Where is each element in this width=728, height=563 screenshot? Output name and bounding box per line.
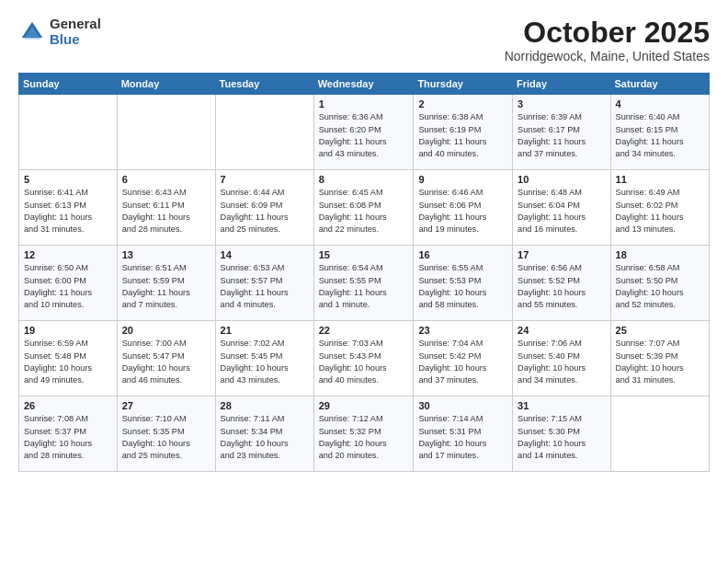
day-number: 27 bbox=[122, 400, 210, 411]
day-info: Sunrise: 6:44 AM Sunset: 6:09 PM Dayligh… bbox=[221, 188, 289, 234]
day-info: Sunrise: 6:51 AM Sunset: 5:59 PM Dayligh… bbox=[122, 263, 190, 309]
day-info: Sunrise: 6:56 AM Sunset: 5:52 PM Dayligh… bbox=[518, 263, 586, 309]
title-section: October 2025 Norridgewock, Maine, United… bbox=[505, 17, 710, 63]
day-info: Sunrise: 7:00 AM Sunset: 5:47 PM Dayligh… bbox=[122, 339, 190, 385]
day-cell: 16Sunrise: 6:55 AM Sunset: 5:53 PM Dayli… bbox=[414, 246, 513, 321]
day-cell: 26Sunrise: 7:08 AM Sunset: 5:37 PM Dayli… bbox=[19, 396, 118, 472]
day-info: Sunrise: 7:03 AM Sunset: 5:43 PM Dayligh… bbox=[319, 339, 387, 385]
day-cell: 29Sunrise: 7:12 AM Sunset: 5:32 PM Dayli… bbox=[313, 396, 414, 472]
day-number: 17 bbox=[518, 249, 605, 260]
day-number: 4 bbox=[616, 98, 704, 109]
calendar: SundayMondayTuesdayWednesdayThursdayFrid… bbox=[18, 73, 710, 472]
day-cell: 3Sunrise: 6:39 AM Sunset: 6:17 PM Daylig… bbox=[513, 95, 610, 170]
day-number: 31 bbox=[518, 400, 605, 411]
day-cell: 31Sunrise: 7:15 AM Sunset: 5:30 PM Dayli… bbox=[513, 396, 610, 472]
day-number: 8 bbox=[319, 174, 409, 185]
day-info: Sunrise: 7:02 AM Sunset: 5:45 PM Dayligh… bbox=[221, 339, 289, 385]
day-cell: 14Sunrise: 6:53 AM Sunset: 5:57 PM Dayli… bbox=[215, 246, 313, 321]
day-cell bbox=[610, 396, 709, 472]
day-info: Sunrise: 6:55 AM Sunset: 5:53 PM Dayligh… bbox=[418, 263, 486, 309]
day-info: Sunrise: 6:53 AM Sunset: 5:57 PM Dayligh… bbox=[221, 263, 289, 309]
day-cell: 1Sunrise: 6:36 AM Sunset: 6:20 PM Daylig… bbox=[313, 95, 414, 170]
day-number: 20 bbox=[122, 325, 210, 336]
day-info: Sunrise: 7:08 AM Sunset: 5:37 PM Dayligh… bbox=[24, 414, 92, 460]
day-number: 11 bbox=[616, 174, 704, 185]
day-info: Sunrise: 6:59 AM Sunset: 5:48 PM Dayligh… bbox=[24, 339, 92, 385]
day-cell: 2Sunrise: 6:38 AM Sunset: 6:19 PM Daylig… bbox=[414, 95, 513, 170]
day-info: Sunrise: 6:36 AM Sunset: 6:20 PM Dayligh… bbox=[319, 112, 387, 158]
day-number: 12 bbox=[24, 249, 112, 260]
day-info: Sunrise: 7:10 AM Sunset: 5:35 PM Dayligh… bbox=[122, 414, 190, 460]
day-info: Sunrise: 6:50 AM Sunset: 6:00 PM Dayligh… bbox=[24, 263, 92, 309]
day-info: Sunrise: 6:48 AM Sunset: 6:04 PM Dayligh… bbox=[518, 188, 586, 234]
day-cell: 18Sunrise: 6:58 AM Sunset: 5:50 PM Dayli… bbox=[610, 246, 709, 321]
day-cell: 13Sunrise: 6:51 AM Sunset: 5:59 PM Dayli… bbox=[117, 246, 215, 321]
day-info: Sunrise: 6:38 AM Sunset: 6:19 PM Dayligh… bbox=[418, 112, 486, 158]
logo-text: General Blue bbox=[50, 17, 101, 47]
day-cell bbox=[19, 95, 118, 170]
header-row: SundayMondayTuesdayWednesdayThursdayFrid… bbox=[19, 74, 710, 95]
day-number: 28 bbox=[221, 400, 309, 411]
day-number: 30 bbox=[418, 400, 507, 411]
logo-general: General bbox=[50, 17, 101, 32]
day-cell: 17Sunrise: 6:56 AM Sunset: 5:52 PM Dayli… bbox=[513, 246, 610, 321]
logo: General Blue bbox=[18, 17, 101, 47]
week-row-3: 19Sunrise: 6:59 AM Sunset: 5:48 PM Dayli… bbox=[19, 321, 710, 396]
day-number: 26 bbox=[24, 400, 112, 411]
day-number: 22 bbox=[319, 325, 409, 336]
calendar-header: SundayMondayTuesdayWednesdayThursdayFrid… bbox=[19, 74, 710, 95]
day-info: Sunrise: 6:43 AM Sunset: 6:11 PM Dayligh… bbox=[122, 188, 190, 234]
day-info: Sunrise: 6:46 AM Sunset: 6:06 PM Dayligh… bbox=[418, 188, 486, 234]
day-cell bbox=[215, 95, 313, 170]
day-cell: 21Sunrise: 7:02 AM Sunset: 5:45 PM Dayli… bbox=[215, 321, 313, 396]
calendar-body: 1Sunrise: 6:36 AM Sunset: 6:20 PM Daylig… bbox=[19, 95, 710, 472]
day-number: 25 bbox=[616, 325, 704, 336]
location: Norridgewock, Maine, United States bbox=[505, 49, 710, 63]
day-info: Sunrise: 7:15 AM Sunset: 5:30 PM Dayligh… bbox=[518, 414, 586, 460]
day-info: Sunrise: 6:39 AM Sunset: 6:17 PM Dayligh… bbox=[518, 112, 586, 158]
month-title: October 2025 bbox=[505, 17, 710, 49]
header-cell-monday: Monday bbox=[117, 74, 215, 95]
day-number: 18 bbox=[616, 249, 704, 260]
day-number: 16 bbox=[418, 249, 507, 260]
day-number: 15 bbox=[319, 249, 409, 260]
logo-icon bbox=[18, 18, 46, 46]
day-info: Sunrise: 7:07 AM Sunset: 5:39 PM Dayligh… bbox=[616, 339, 684, 385]
day-number: 6 bbox=[122, 174, 210, 185]
day-cell: 19Sunrise: 6:59 AM Sunset: 5:48 PM Dayli… bbox=[19, 321, 118, 396]
day-number: 21 bbox=[221, 325, 309, 336]
day-info: Sunrise: 7:12 AM Sunset: 5:32 PM Dayligh… bbox=[319, 414, 387, 460]
header-cell-friday: Friday bbox=[513, 74, 610, 95]
day-cell: 10Sunrise: 6:48 AM Sunset: 6:04 PM Dayli… bbox=[513, 170, 610, 246]
header-cell-wednesday: Wednesday bbox=[313, 74, 414, 95]
day-number: 23 bbox=[418, 325, 507, 336]
day-info: Sunrise: 7:06 AM Sunset: 5:40 PM Dayligh… bbox=[518, 339, 586, 385]
day-info: Sunrise: 6:54 AM Sunset: 5:55 PM Dayligh… bbox=[319, 263, 387, 309]
day-cell: 28Sunrise: 7:11 AM Sunset: 5:34 PM Dayli… bbox=[215, 396, 313, 472]
week-row-4: 26Sunrise: 7:08 AM Sunset: 5:37 PM Dayli… bbox=[19, 396, 710, 472]
day-cell: 20Sunrise: 7:00 AM Sunset: 5:47 PM Dayli… bbox=[117, 321, 215, 396]
page: General Blue October 2025 Norridgewock, … bbox=[0, 0, 728, 563]
day-info: Sunrise: 6:40 AM Sunset: 6:15 PM Dayligh… bbox=[616, 112, 684, 158]
logo-blue: Blue bbox=[50, 32, 101, 48]
day-number: 13 bbox=[122, 249, 210, 260]
day-number: 29 bbox=[319, 400, 409, 411]
day-cell: 6Sunrise: 6:43 AM Sunset: 6:11 PM Daylig… bbox=[117, 170, 215, 246]
day-info: Sunrise: 7:11 AM Sunset: 5:34 PM Dayligh… bbox=[221, 414, 289, 460]
day-info: Sunrise: 6:41 AM Sunset: 6:13 PM Dayligh… bbox=[24, 188, 92, 234]
day-cell: 5Sunrise: 6:41 AM Sunset: 6:13 PM Daylig… bbox=[19, 170, 118, 246]
day-number: 7 bbox=[221, 174, 309, 185]
day-cell: 9Sunrise: 6:46 AM Sunset: 6:06 PM Daylig… bbox=[414, 170, 513, 246]
day-number: 19 bbox=[24, 325, 112, 336]
day-number: 5 bbox=[24, 174, 112, 185]
day-cell: 7Sunrise: 6:44 AM Sunset: 6:09 PM Daylig… bbox=[215, 170, 313, 246]
day-cell: 30Sunrise: 7:14 AM Sunset: 5:31 PM Dayli… bbox=[414, 396, 513, 472]
day-number: 14 bbox=[221, 249, 309, 260]
day-cell bbox=[117, 95, 215, 170]
day-cell: 27Sunrise: 7:10 AM Sunset: 5:35 PM Dayli… bbox=[117, 396, 215, 472]
day-number: 1 bbox=[319, 98, 409, 109]
header-cell-sunday: Sunday bbox=[19, 74, 118, 95]
day-cell: 12Sunrise: 6:50 AM Sunset: 6:00 PM Dayli… bbox=[19, 246, 118, 321]
day-info: Sunrise: 6:58 AM Sunset: 5:50 PM Dayligh… bbox=[616, 263, 684, 309]
day-number: 3 bbox=[518, 98, 605, 109]
